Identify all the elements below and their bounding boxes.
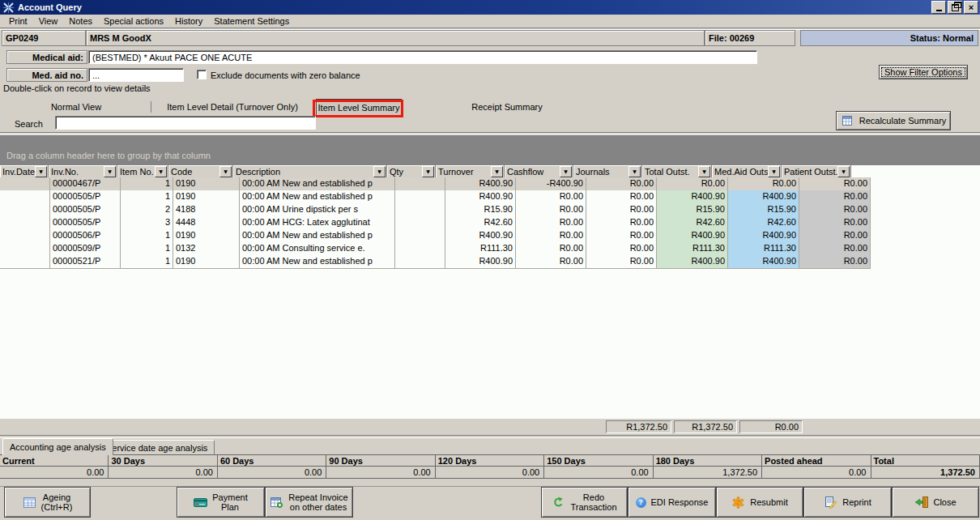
- table-row[interactable]: 00000505/P2418800:00 AM Urine dipstick p…: [0, 203, 980, 216]
- menu-view[interactable]: View: [33, 15, 64, 27]
- filter-dropdown-icon[interactable]: ▼: [373, 166, 386, 177]
- cell[interactable]: [0, 190, 50, 204]
- cell[interactable]: 00:00 AM Urine dipstick per s: [240, 203, 395, 217]
- cell[interactable]: R400.90: [728, 229, 799, 243]
- cell[interactable]: 1: [121, 190, 173, 204]
- cell[interactable]: R0.00: [516, 216, 586, 230]
- cell[interactable]: R0.00: [516, 203, 586, 217]
- cell[interactable]: R0.00: [586, 190, 657, 204]
- cell[interactable]: R400.90: [728, 190, 799, 204]
- cell[interactable]: 00000509/P: [50, 242, 121, 256]
- cell[interactable]: [395, 216, 445, 230]
- payment-plan-button[interactable]: PaymentPlan: [177, 487, 265, 518]
- med-aid-no-field[interactable]: ...: [88, 68, 184, 82]
- cell[interactable]: R400.90: [657, 229, 728, 243]
- cell[interactable]: 00:00 AM New and established p: [240, 190, 395, 204]
- cell[interactable]: R0.00: [799, 177, 871, 191]
- column-header[interactable]: Item No.▼: [117, 165, 168, 178]
- cell[interactable]: R0.00: [516, 229, 586, 243]
- cell[interactable]: R0.00: [799, 242, 871, 256]
- cell[interactable]: R400.90: [445, 229, 516, 243]
- column-header[interactable]: Description▼: [233, 165, 387, 178]
- filter-dropdown-icon[interactable]: ▼: [219, 166, 232, 177]
- table-row[interactable]: 00000509/P1013200:00 AM Consulting servi…: [0, 242, 980, 255]
- close-button[interactable]: Close: [892, 487, 979, 518]
- cell[interactable]: [395, 229, 445, 243]
- ageing-button[interactable]: Ageing(Ctrl+R): [4, 487, 91, 518]
- cell[interactable]: 00:00 AM New and established p: [240, 177, 395, 191]
- cell[interactable]: 2: [121, 203, 173, 217]
- exclude-zero-checkbox[interactable]: [197, 70, 207, 79]
- cell[interactable]: R111.30: [728, 242, 799, 256]
- cell[interactable]: [395, 177, 445, 191]
- cell[interactable]: 00000506/P: [50, 229, 121, 243]
- cell[interactable]: [0, 216, 50, 230]
- cell[interactable]: R0.00: [799, 229, 871, 243]
- cell[interactable]: R400.90: [445, 190, 516, 204]
- filter-dropdown-icon[interactable]: ▼: [155, 166, 167, 177]
- menu-print[interactable]: Print: [3, 15, 33, 27]
- group-by-bar[interactable]: Drag a column header here to group by th…: [0, 135, 980, 165]
- cell[interactable]: 3: [121, 216, 173, 230]
- cell[interactable]: R42.60: [445, 216, 516, 230]
- cell[interactable]: 0132: [173, 242, 240, 256]
- cell[interactable]: R0.00: [516, 242, 586, 256]
- minimize-button[interactable]: [931, 1, 946, 14]
- column-header[interactable]: Med.Aid Outst▼: [712, 165, 782, 178]
- cell[interactable]: 00000521/P: [50, 255, 121, 269]
- column-header[interactable]: Journals▼: [573, 165, 642, 178]
- column-header[interactable]: Cashflow▼: [505, 165, 573, 178]
- search-input[interactable]: [55, 116, 316, 130]
- cell[interactable]: 00000505/P: [50, 190, 121, 204]
- edi-response-button[interactable]: ? EDI Response: [628, 487, 716, 518]
- tab-service-date-age-analysis[interactable]: Service date age analysis: [99, 440, 215, 455]
- table-row[interactable]: 00000505/P3444800:00 AM HCG: Latex agglu…: [0, 216, 980, 229]
- cell[interactable]: 0190: [173, 177, 240, 191]
- table-row[interactable]: 00000467/P1019000:00 AM New and establis…: [0, 177, 980, 190]
- table-row[interactable]: 00000506/P1019000:00 AM New and establis…: [0, 229, 980, 242]
- filter-dropdown-icon[interactable]: ▼: [628, 166, 641, 177]
- cell[interactable]: R0.00: [586, 216, 657, 230]
- cell[interactable]: R15.90: [728, 203, 799, 217]
- cell[interactable]: R111.30: [445, 242, 516, 256]
- cell[interactable]: R0.00: [799, 255, 871, 269]
- table-row[interactable]: 00000505/P1019000:00 AM New and establis…: [0, 190, 980, 203]
- menu-history[interactable]: History: [169, 15, 208, 27]
- tab-normal-view[interactable]: Normal View: [2, 99, 151, 115]
- cell[interactable]: R0.00: [586, 255, 657, 269]
- cell[interactable]: [0, 203, 50, 217]
- cell[interactable]: R42.60: [728, 216, 799, 230]
- restore-button[interactable]: [948, 1, 962, 14]
- filter-dropdown-icon[interactable]: ▼: [837, 166, 850, 177]
- cell[interactable]: 0190: [173, 255, 240, 269]
- cell[interactable]: 1: [121, 255, 173, 269]
- cell[interactable]: [0, 242, 50, 256]
- cell[interactable]: 00:00 AM HCG: Latex agglutinat: [240, 216, 395, 230]
- cell[interactable]: R15.90: [445, 203, 516, 217]
- cell[interactable]: 4448: [173, 216, 240, 230]
- cell[interactable]: 00:00 AM New and established p: [240, 255, 395, 269]
- cell[interactable]: 1: [121, 177, 173, 191]
- title-bar[interactable]: Account Query ×: [0, 0, 980, 15]
- cell[interactable]: R0.00: [799, 216, 871, 230]
- recalculate-summary-button[interactable]: Recalculate Summary: [836, 111, 951, 130]
- menu-statement-settings[interactable]: Statement Settings: [208, 15, 295, 27]
- cell[interactable]: R0.00: [799, 203, 871, 217]
- filter-dropdown-icon[interactable]: ▼: [560, 166, 572, 177]
- cell[interactable]: R0.00: [586, 229, 657, 243]
- cell[interactable]: R0.00: [799, 190, 871, 204]
- table-row[interactable]: 00000521/P1019000:00 AM New and establis…: [0, 255, 980, 268]
- cell[interactable]: R0.00: [516, 255, 586, 269]
- tab-receipt-summary[interactable]: Receipt Summary: [403, 99, 611, 115]
- cell[interactable]: [395, 242, 445, 256]
- redo-transaction-button[interactable]: RedoTransaction: [541, 487, 628, 518]
- cell[interactable]: [395, 190, 445, 204]
- filter-dropdown-icon[interactable]: ▼: [422, 166, 434, 177]
- column-header[interactable]: Patient Outst.▼: [782, 165, 851, 178]
- cell[interactable]: R400.90: [657, 190, 728, 204]
- menu-special-actions[interactable]: Special actions: [98, 15, 169, 27]
- cell[interactable]: 4188: [173, 203, 240, 217]
- cell[interactable]: [395, 255, 445, 269]
- cell[interactable]: 0190: [173, 229, 240, 243]
- filter-dropdown-icon[interactable]: ▼: [104, 166, 116, 177]
